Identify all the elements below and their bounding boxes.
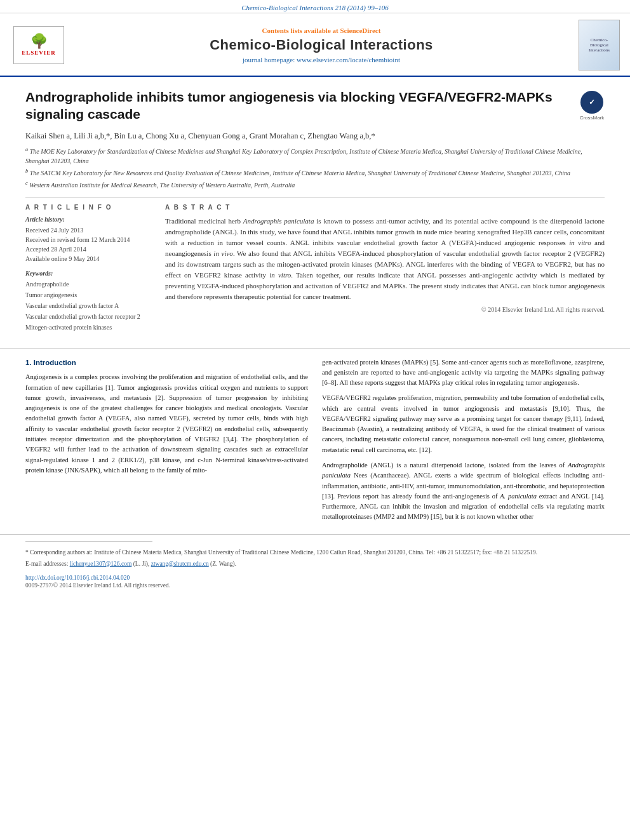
affiliation-b-text: The SATCM Key Laboratory for New Resourc…	[30, 170, 570, 177]
abstract-col: A B S T R A C T Traditional medicinal he…	[165, 204, 605, 333]
authors-text: Kaikai Shen a, Lili Ji a,b,*, Bin Lu a, …	[25, 131, 375, 140]
intro-para-3: VEGFA/VEGFR2 regulates proliferation, mi…	[322, 393, 605, 455]
thumb-label: Chemico-Biological Interactions	[582, 37, 617, 53]
keyword-5: Mitogen-activated protein kinases	[25, 322, 152, 333]
journal-cover-thumb: Chemico-Biological Interactions	[579, 20, 620, 70]
doi-section: http://dx.doi.org/10.1016/j.cbi.2014.04.…	[0, 571, 630, 591]
keyword-3: Vascular endothelial growth factor A	[25, 300, 152, 311]
sciencedirect-prefix: Contents lists available at	[262, 27, 338, 34]
crossmark-svg: ✓	[583, 93, 601, 111]
journal-title: Chemico-Biological Interactions	[67, 37, 575, 53]
authors-line: Kaikai Shen a, Lili Ji a,b,*, Bin Lu a, …	[25, 130, 605, 142]
history-item-3: Accepted 28 April 2014	[25, 244, 152, 254]
email-links[interactable]: lichenyue1307@126.com	[70, 561, 132, 567]
intro-heading: 1. Introduction	[25, 357, 308, 369]
article-title-section: Andrographolide inhibits tumor angiogene…	[25, 88, 605, 123]
page: Chemico-Biological Interactions 218 (201…	[0, 0, 630, 840]
elsevier-logo: 🌳 ELSEVIER	[10, 26, 67, 64]
article-body: Andrographolide inhibits tumor angiogene…	[0, 77, 630, 339]
body-divider	[0, 348, 630, 349]
article-info-col: A R T I C L E I N F O Article history: R…	[25, 204, 152, 333]
keyword-2: Tumor angiogenesis	[25, 290, 152, 300]
affiliations: a The MOE Key Laboratory for Standardiza…	[25, 146, 605, 190]
journal-citation-text: Chemico-Biological Interactions 218 (201…	[241, 4, 389, 11]
homepage-url[interactable]: www.elsevier.com/locate/chembioint	[297, 56, 400, 63]
keyword-4: Vascular endothelial growth factor recep…	[25, 311, 152, 322]
journal-homepage: journal homepage: www.elsevier.com/locat…	[67, 56, 575, 63]
journal-citation: Chemico-Biological Interactions 218 (201…	[0, 0, 630, 13]
intro-para-4: Andrographolide (ANGL) is a natural dite…	[322, 460, 605, 523]
history-item-2: Received in revised form 12 March 2014	[25, 235, 152, 244]
issn-text: 0009-2797/© 2014 Elsevier Ireland Ltd. A…	[25, 582, 605, 589]
corresponding-text: * Corresponding authors at: Institute of…	[25, 549, 537, 556]
keywords-label: Keywords:	[25, 270, 152, 277]
sciencedirect-link: Contents lists available at ScienceDirec…	[67, 27, 575, 34]
intro-para-1: Angiogenesis is a complex process involv…	[25, 372, 308, 476]
abstract-text: Traditional medicinal herb Andrographis …	[165, 216, 605, 302]
sciencedirect-name[interactable]: ScienceDirect	[340, 27, 380, 34]
affiliation-b: b The SATCM Key Laboratory for New Resou…	[25, 168, 605, 178]
body-columns: 1. Introduction Angiogenesis is a comple…	[0, 357, 630, 528]
crossmark-label: CrossMark	[580, 115, 605, 121]
divider-1	[25, 197, 605, 197]
email-label: E-mail addresses:	[25, 561, 68, 567]
copyright-line: © 2014 Elsevier Ireland Ltd. All rights …	[165, 306, 605, 313]
crossmark-icon: ✓	[580, 91, 603, 114]
affiliation-a: a The MOE Key Laboratory for Standardiza…	[25, 146, 605, 166]
elsevier-tree-icon: 🌳	[30, 34, 48, 48]
affiliation-a-text: The MOE Key Laboratory for Standardizati…	[25, 148, 582, 164]
info-abstract-columns: A R T I C L E I N F O Article history: R…	[25, 204, 605, 333]
article-title: Andrographolide inhibits tumor angiogene…	[25, 88, 573, 123]
affiliation-c: c Western Australian Institute for Medic…	[25, 180, 605, 190]
body-col-left: 1. Introduction Angiogenesis is a comple…	[25, 357, 308, 528]
doi-link[interactable]: http://dx.doi.org/10.1016/j.cbi.2014.04.…	[25, 575, 605, 581]
email-author-2: (Z. Wang).	[210, 561, 236, 567]
email-author-1: (L. Ji),	[133, 561, 151, 567]
corresponding-footnote: * Corresponding authors at: Institute of…	[25, 548, 605, 557]
article-info-header: A R T I C L E I N F O	[25, 204, 152, 211]
homepage-label: journal homepage:	[243, 56, 295, 63]
history-item-4: Available online 9 May 2014	[25, 254, 152, 263]
svg-text:✓: ✓	[589, 98, 595, 107]
footnote-section: * Corresponding authors at: Institute of…	[0, 534, 630, 569]
crossmark[interactable]: ✓ CrossMark	[579, 91, 605, 121]
journal-center: Contents lists available at ScienceDirec…	[67, 27, 575, 63]
email-footnote: E-mail addresses: lichenyue1307@126.com …	[25, 559, 605, 568]
keyword-1: Andrographolide	[25, 279, 152, 290]
history-item-1: Received 24 July 2013	[25, 225, 152, 235]
doi-text: http://dx.doi.org/10.1016/j.cbi.2014.04.…	[25, 575, 130, 581]
abstract-header: A B S T R A C T	[165, 204, 605, 211]
history-label: Article history:	[25, 216, 152, 223]
footnote-divider	[25, 541, 152, 542]
elsevier-logo-box: 🌳 ELSEVIER	[13, 26, 64, 64]
email-link-2[interactable]: ztwang@shutcm.edu.cn	[151, 561, 209, 567]
body-col-right: gen-activated protein kinases (MAPKs) [5…	[322, 357, 605, 528]
journal-header: 🌳 ELSEVIER Contents lists available at S…	[0, 13, 630, 77]
affiliation-c-text: Western Australian Institute for Medical…	[29, 182, 295, 189]
journal-thumbnail: Chemico-Biological Interactions	[575, 20, 620, 70]
elsevier-brand-text: ELSEVIER	[22, 50, 56, 56]
article-title-text: Andrographolide inhibits tumor angiogene…	[25, 88, 573, 123]
intro-para-2: gen-activated protein kinases (MAPKs) [5…	[322, 357, 605, 389]
